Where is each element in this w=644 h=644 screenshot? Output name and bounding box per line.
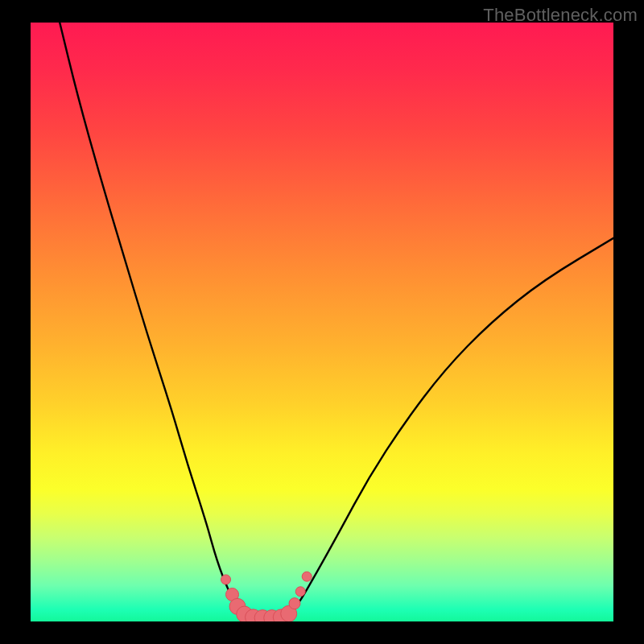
data-marker [289, 598, 300, 609]
data-marker [221, 575, 231, 584]
left-curve [60, 23, 246, 618]
marker-group [221, 572, 312, 621]
watermark-text: TheBottleneck.com [483, 5, 638, 26]
right-curve [287, 238, 613, 618]
curve-layer [31, 23, 613, 621]
chart-frame: TheBottleneck.com [0, 0, 644, 644]
plot-area [31, 23, 613, 621]
data-marker [295, 587, 305, 597]
data-marker [302, 572, 312, 581]
